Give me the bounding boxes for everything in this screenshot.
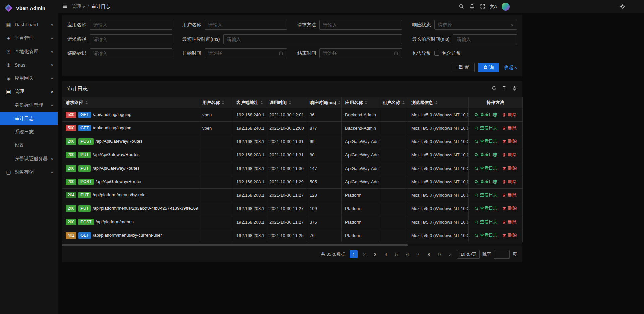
view-log-button[interactable]: 查看日志 [474, 125, 497, 131]
sort-icon[interactable] [338, 101, 341, 104]
sidebar-item-management[interactable]: ▣管理∧ [0, 85, 58, 99]
sort-icon[interactable] [435, 101, 438, 104]
notifications-button[interactable] [467, 0, 477, 13]
delete-button[interactable]: 删除 [502, 138, 517, 144]
breadcrumb-parent[interactable]: 管理 ∨ [72, 4, 85, 10]
sort-icon[interactable] [289, 101, 291, 104]
filter-input-max-response-time[interactable] [453, 34, 517, 44]
delete-button[interactable]: 删除 [502, 125, 517, 131]
column-header-user[interactable]: 用户名称 [199, 97, 233, 108]
fullscreen-button[interactable] [478, 0, 488, 13]
view-log-button[interactable]: 查看日志 [474, 179, 497, 185]
sidebar-item-localization[interactable]: ⊡本地化管理∨ [0, 45, 58, 58]
user-name-cell [199, 202, 233, 215]
browser-info-cell: Mozilla/5.0 (Windows NT 10.0; Win [408, 189, 469, 202]
page-button-8[interactable]: 8 [425, 250, 433, 258]
delete-button[interactable]: 删除 [502, 232, 517, 238]
view-log-button[interactable]: 查看日志 [474, 232, 497, 238]
delete-button[interactable]: 删除 [502, 179, 517, 185]
delete-button[interactable]: 删除 [502, 152, 517, 158]
filter-input-trace-id[interactable] [90, 48, 172, 58]
sidebar-item-gateway[interactable]: ◈应用网关∨ [0, 72, 58, 85]
sort-icon[interactable] [85, 101, 88, 104]
view-log-button[interactable]: 查看日志 [474, 152, 497, 158]
sidebar-item-audit-log[interactable]: 审计日志 [0, 112, 58, 125]
view-log-button[interactable]: 查看日志 [474, 165, 497, 171]
next-page-button[interactable]: > [446, 250, 454, 258]
page-button-5[interactable]: 5 [392, 250, 400, 258]
view-log-button[interactable]: 查看日志 [474, 219, 497, 225]
filter-input-app-name[interactable] [90, 20, 172, 30]
sidebar-item-object-storage[interactable]: ▢对象存储∨ [0, 166, 58, 179]
page-size-select[interactable]: 10 条/页 [457, 250, 480, 259]
column-settings-button[interactable] [512, 86, 517, 92]
sort-icon[interactable] [222, 101, 224, 104]
page-button-7[interactable]: 7 [414, 250, 422, 258]
search-button[interactable] [456, 0, 466, 13]
delete-button[interactable]: 删除 [502, 192, 517, 198]
filter-input-request-method[interactable] [319, 20, 402, 30]
filter-input-min-response-time[interactable] [223, 34, 402, 44]
sidebar-collapse-button[interactable] [60, 0, 70, 13]
scrollbar-thumb[interactable] [62, 244, 408, 246]
sidebar-item-platform[interactable]: ⊞平台管理∨ [0, 32, 58, 45]
view-log-button[interactable]: 查看日志 [474, 205, 497, 211]
object-storage-icon: ▢ [5, 169, 12, 175]
column-header-client[interactable]: 客户端地址 [233, 97, 266, 108]
page-button-2[interactable]: 2 [360, 250, 368, 258]
settings-button[interactable] [617, 0, 627, 13]
sidebar-item-system-log[interactable]: 系统日志 [0, 125, 58, 139]
filter-input-request-path[interactable] [90, 34, 172, 44]
filter-field-min-response-time: 最短响应时间(ms) [182, 34, 402, 44]
trash-icon [502, 126, 506, 130]
sort-icon[interactable] [260, 101, 263, 104]
page-button-4[interactable]: 4 [382, 250, 390, 258]
delete-button[interactable]: 删除 [502, 165, 517, 171]
page-button-6[interactable]: 6 [403, 250, 411, 258]
sort-icon[interactable] [402, 101, 405, 104]
reset-button[interactable]: 重 置 [453, 63, 475, 72]
tenant-name-cell [379, 229, 408, 242]
app-name-cell: Platform [342, 229, 379, 242]
column-header-tenant[interactable]: 租户名称 [379, 97, 408, 108]
page-button-1[interactable]: 1 [350, 250, 358, 258]
collapse-link[interactable]: 收起 ∧ [504, 65, 517, 71]
language-button[interactable]: 文A [488, 0, 498, 13]
column-header-app[interactable]: 应用名称 [342, 97, 379, 108]
filter-date-start-time[interactable]: 请选择 [205, 48, 287, 58]
call-time-cell: 2021-10-30 11:27 [266, 215, 306, 229]
delete-button[interactable]: 删除 [502, 112, 517, 118]
horizontal-scrollbar[interactable] [62, 244, 522, 246]
sidebar-item-dashboard[interactable]: ▦Dashboard∨ [0, 18, 58, 32]
refresh-button[interactable] [492, 86, 497, 92]
sidebar-item-identity[interactable]: 身份标识管理∨ [0, 99, 58, 112]
column-header-path[interactable]: 请求路径 [62, 97, 199, 108]
view-log-button[interactable]: 查看日志 [474, 138, 497, 144]
filter-select-response-status[interactable]: 请选择∨ [434, 20, 517, 30]
query-button[interactable]: 查 询 [478, 63, 499, 72]
page-buttons: 123456789 [350, 250, 443, 258]
sidebar-item-auth-server[interactable]: 身份认证服务器∨ [0, 152, 58, 166]
include-exception-checkbox[interactable] [434, 51, 439, 56]
delete-button[interactable]: 删除 [502, 219, 517, 225]
page-button-3[interactable]: 3 [371, 250, 379, 258]
sidebar-item-settings[interactable]: 设置 [0, 139, 58, 152]
column-header-browser[interactable]: 浏览器信息 [408, 97, 469, 108]
view-log-button[interactable]: 查看日志 [474, 112, 497, 118]
sort-icon[interactable] [365, 101, 367, 104]
filter-input-user-name[interactable] [205, 20, 287, 30]
jump-page-input[interactable] [494, 250, 510, 259]
column-height-button[interactable] [502, 86, 507, 92]
filter-date-end-time[interactable]: 请选择 [319, 48, 402, 58]
table-toolbar [492, 86, 517, 92]
client-address-cell: 192.168.208.1 [233, 135, 266, 148]
sidebar-item-saas[interactable]: ⊕Saas∨ [0, 58, 58, 72]
user-avatar[interactable] [502, 3, 510, 11]
column-header-ms[interactable]: 响应时间(ms) [306, 97, 342, 108]
column-header-time[interactable]: 调用时间 [266, 97, 306, 108]
delete-button[interactable]: 删除 [502, 205, 517, 211]
logo[interactable]: Vben Admin [0, 0, 58, 16]
magnifier-icon [474, 126, 479, 130]
view-log-button[interactable]: 查看日志 [474, 192, 497, 198]
page-button-9[interactable]: 9 [435, 250, 443, 258]
